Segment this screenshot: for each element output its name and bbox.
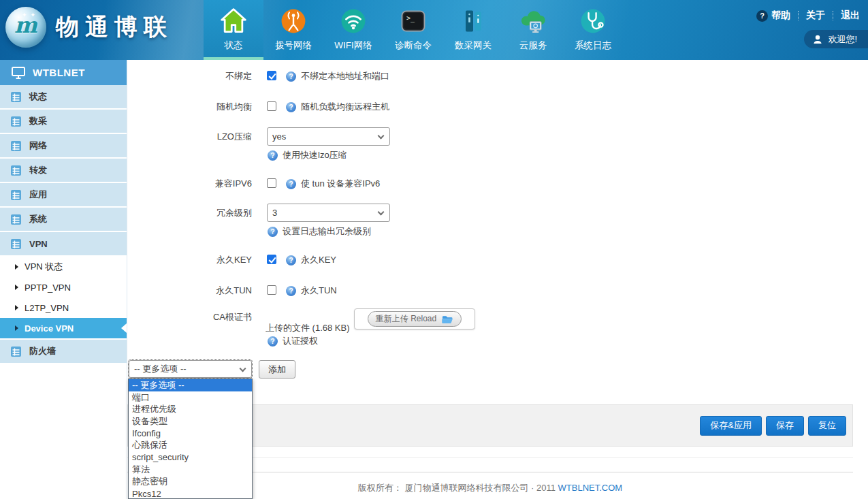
help-icon: ? — [286, 255, 296, 265]
tab-status[interactable]: 状态 — [204, 0, 263, 60]
field-help: ? 永久TUN — [286, 285, 337, 297]
help-icon: ? — [268, 336, 278, 347]
dropdown-option[interactable]: Ifconfig — [129, 428, 252, 440]
nobind-checkbox[interactable] — [267, 71, 276, 80]
footer-link[interactable]: WTBLNET.COM — [558, 483, 623, 493]
add-button[interactable]: 添加 — [259, 360, 295, 379]
list-icon — [10, 91, 22, 103]
sidebar-item-vpn[interactable]: VPN — [0, 232, 127, 255]
help-link[interactable]: ? 帮助 — [756, 10, 790, 22]
help-icon: ? — [286, 102, 296, 112]
user-icon — [812, 34, 823, 45]
copyright-text: 版权所有： 厦门物通博联网络科技有限公司 · 2011 — [358, 483, 556, 493]
dropdown-option[interactable]: 进程优先级 — [129, 403, 252, 415]
home-icon — [218, 5, 249, 37]
brand-logo-icon: ✦✦ m — [5, 7, 46, 48]
dropdown-option[interactable]: -- 更多选项 -- — [129, 379, 252, 391]
sidebar-subitem-pptp-vpn[interactable]: PPTP_VPN — [0, 277, 127, 297]
dialup-icon — [278, 5, 309, 37]
tab-diagnostic-command[interactable]: >_ 诊断命令 — [383, 0, 443, 60]
wifi-icon — [338, 5, 369, 37]
svg-text:>_: >_ — [406, 14, 415, 22]
tab-wifi-network[interactable]: WIFI网络 — [323, 0, 383, 60]
sidebar-header: WTBLNET — [0, 60, 127, 85]
ipv6-compat-checkbox[interactable] — [267, 178, 276, 188]
sidebar-item-data-collect[interactable]: 数采 — [0, 110, 127, 133]
help-icon: ? — [286, 179, 296, 189]
triangle-icon — [15, 285, 18, 290]
list-icon — [10, 238, 22, 250]
triangle-icon — [15, 325, 18, 331]
sidebar-subitem-device-vpn[interactable]: Device VPN — [0, 318, 127, 338]
save-apply-button[interactable]: 保存&应用 — [700, 416, 762, 436]
sidebar: WTBLNET 状态 数采 网络 转发 应用 系统 VPN — [0, 60, 127, 499]
welcome-text: 欢迎您! — [828, 33, 857, 46]
field-label: 冗余级别 — [127, 208, 252, 218]
persist-key-checkbox[interactable] — [267, 255, 276, 264]
list-icon — [10, 165, 22, 176]
help-icon: ? — [286, 286, 296, 296]
sidebar-item-firewall[interactable]: 防火墙 — [0, 340, 127, 363]
tab-data-gateway[interactable]: 数采网关 — [443, 0, 503, 60]
tab-cloud-service[interactable]: 云服务 — [503, 0, 563, 60]
sidebar-item-status[interactable]: 状态 — [0, 85, 127, 108]
cloud-icon — [517, 5, 549, 37]
dropdown-option[interactable]: 端口 — [129, 391, 252, 404]
about-link[interactable]: 关于 — [806, 10, 825, 22]
triangle-icon — [15, 264, 18, 270]
more-options-dropdown: -- 更多选项 -- 端口 进程优先级 设备类型 Ifconfig 心跳保活 s… — [128, 379, 253, 499]
list-icon — [10, 140, 22, 152]
save-button[interactable]: 保存 — [766, 416, 804, 436]
help-icon: ? — [268, 227, 278, 237]
divider — [833, 11, 833, 20]
tab-dialup-network[interactable]: 拨号网络 — [263, 0, 323, 60]
field-help: ? 设置日志输出冗余级别 — [268, 225, 371, 238]
reset-button[interactable]: 复位 — [808, 416, 846, 436]
uploaded-file-info: 上传的文件 (1.68 KB) — [266, 322, 350, 334]
chevron-down-icon — [378, 133, 385, 140]
monitor-icon — [11, 65, 26, 80]
syslog-icon — [577, 5, 609, 37]
field-label: 兼容IPV6 — [127, 178, 252, 189]
random-balance-checkbox[interactable] — [267, 101, 276, 111]
dropdown-option[interactable]: 静态密钥 — [129, 476, 252, 488]
main-content: 不绑定 ? 不绑定本地地址和端口 随机均衡 ? 随机负载均衡远程主机 LZO压缩… — [127, 60, 868, 499]
sidebar-item-forward[interactable]: 转发 — [0, 159, 127, 182]
reupload-button[interactable]: 重新上传 Reload — [354, 308, 475, 329]
lzo-compression-select[interactable]: yes — [267, 127, 390, 146]
dropdown-option[interactable]: 设备类型 — [129, 415, 252, 428]
brand-title: 物通博联 — [56, 12, 173, 43]
list-icon — [10, 189, 22, 201]
dropdown-option[interactable]: Pkcs12 — [129, 487, 252, 499]
dropdown-option[interactable]: script_security — [129, 451, 252, 464]
sidebar-subitem-l2tp-vpn[interactable]: L2TP_VPN — [0, 297, 127, 318]
list-icon — [10, 116, 22, 127]
field-help: ? 认证授权 — [268, 335, 318, 347]
triangle-icon — [15, 305, 18, 310]
dropdown-option[interactable]: 心跳保活 — [129, 439, 252, 451]
sidebar-item-system[interactable]: 系统 — [0, 208, 127, 231]
dropdown-option[interactable]: 算法 — [129, 464, 252, 476]
logout-link[interactable]: 退出 — [841, 10, 860, 22]
sidebar-item-application[interactable]: 应用 — [0, 183, 127, 206]
sidebar-subitem-vpn-status[interactable]: VPN 状态 — [0, 257, 127, 277]
field-label: 永久KEY — [127, 255, 252, 265]
verbosity-level-select[interactable]: 3 — [267, 204, 390, 222]
help-icon: ? — [286, 71, 296, 82]
sidebar-item-network[interactable]: 网络 — [0, 134, 127, 157]
field-label: 不绑定 — [127, 71, 252, 81]
welcome-badge: 欢迎您! — [804, 30, 868, 48]
persist-tun-checkbox[interactable] — [267, 285, 276, 295]
question-icon: ? — [756, 10, 768, 22]
more-options-select[interactable]: -- 更多选项 -- — [129, 360, 252, 378]
top-navigation: 状态 拨号网络 WIFI网络 >_ 诊断命令 — [204, 0, 623, 60]
field-help: ? 使 tun 设备兼容IPv6 — [286, 178, 380, 190]
help-icon: ? — [268, 150, 278, 161]
field-label: CA根证书 — [127, 312, 252, 322]
terminal-icon: >_ — [398, 5, 429, 37]
field-help: ? 使用快速lzo压缩 — [268, 149, 347, 161]
folder-icon — [441, 314, 453, 324]
tab-system-log[interactable]: 系统日志 — [563, 0, 623, 60]
top-links: ? 帮助 关于 退出 — [756, 10, 860, 22]
field-help: ? 不绑定本地地址和端口 — [286, 70, 389, 82]
